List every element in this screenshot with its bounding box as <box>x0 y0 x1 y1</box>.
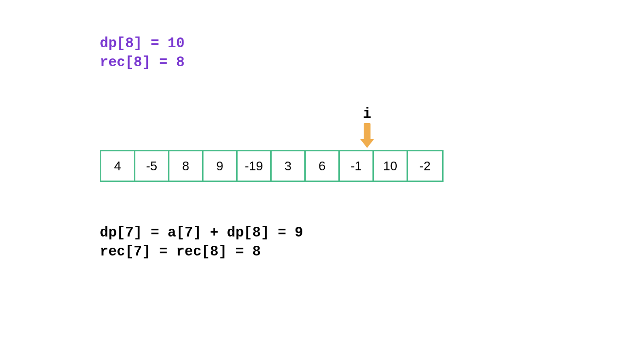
array-cell: -5 <box>135 151 169 181</box>
dp-calc-line: dp[7] = a[7] + dp[8] = 9 <box>100 223 444 242</box>
array-cell: 8 <box>169 151 204 181</box>
rec-line: rec[8] = 8 <box>100 53 444 72</box>
pointer-section: i <box>100 106 444 150</box>
array-cell: -2 <box>408 151 442 181</box>
array-cell: 3 <box>272 151 306 181</box>
array-cell: 10 <box>374 151 408 181</box>
array-cell: -1 <box>340 151 374 181</box>
arrow-down-icon <box>360 123 374 148</box>
array-cell: 4 <box>101 151 135 181</box>
array-cell: -19 <box>238 151 272 181</box>
array-cell: 6 <box>306 151 340 181</box>
rec-calc-line: rec[7] = rec[8] = 8 <box>100 242 444 261</box>
index-label: i <box>363 106 371 122</box>
array-row: 4-589-1936-110-2 <box>100 150 444 182</box>
calculation-text: dp[7] = a[7] + dp[8] = 9 rec[7] = rec[8]… <box>100 223 444 261</box>
array-cell: 9 <box>204 151 238 181</box>
dp-rec-state: dp[8] = 10 rec[8] = 8 <box>100 34 444 72</box>
dp-line: dp[8] = 10 <box>100 34 444 53</box>
